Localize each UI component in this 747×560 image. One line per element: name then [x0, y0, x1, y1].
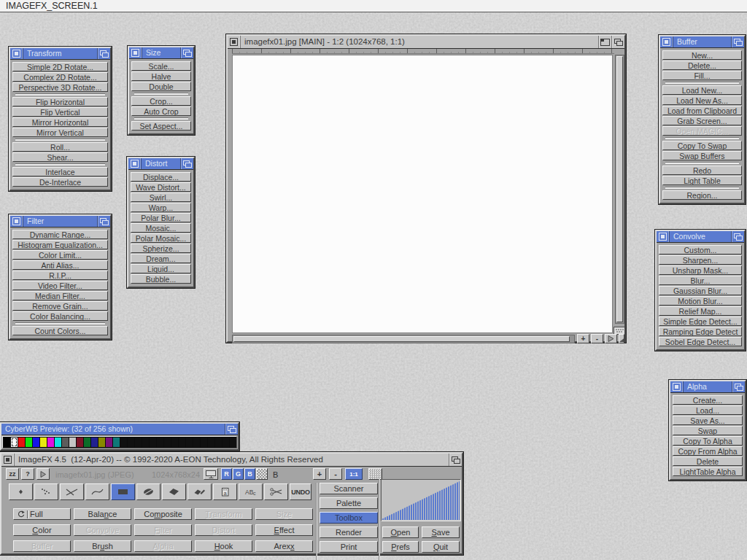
panel-button[interactable]: Fill... — [662, 71, 742, 80]
panel-button[interactable]: Polar Mosaic... — [131, 233, 191, 243]
color-swatch[interactable] — [150, 438, 156, 447]
panel-button[interactable]: Dream... — [131, 254, 191, 263]
panel-button[interactable]: Sobel Edge Detect... — [659, 337, 742, 346]
panel-button[interactable]: Blur... — [659, 276, 742, 285]
full-cycle-button[interactable]: Full — [13, 508, 71, 520]
line-tool[interactable] — [60, 483, 84, 500]
mode-button[interactable]: Palette — [320, 497, 378, 509]
panel-button[interactable]: Displace... — [131, 172, 191, 182]
command-button[interactable]: Hook — [195, 540, 252, 552]
vertical-scrollbar[interactable] — [615, 55, 624, 324]
zoom-out-button[interactable]: - — [329, 468, 342, 480]
panel-button[interactable]: Mirror Vertical — [12, 128, 108, 137]
action-button[interactable]: Quit — [422, 541, 460, 553]
panel-button[interactable]: Swap — [673, 426, 743, 435]
command-button[interactable]: Brush — [74, 540, 131, 552]
depth-icon[interactable] — [97, 216, 110, 227]
toolbox-titlebar[interactable]: ImageFX 4.5 (12-Apr-20) -- © 1992-2020 A… — [1, 454, 462, 467]
convolve-titlebar[interactable]: Convolve — [657, 231, 744, 243]
zoom-in-gadget[interactable]: + — [577, 334, 589, 343]
color-swatch[interactable] — [215, 438, 222, 447]
color-swatch[interactable] — [164, 438, 171, 447]
undo-button[interactable]: UNDO — [290, 483, 311, 500]
panel-button[interactable]: Bubble... — [131, 274, 191, 284]
panel-button[interactable]: Unsharp Mask... — [659, 265, 742, 275]
panel-button[interactable]: Count Colors... — [12, 326, 108, 335]
depth-icon[interactable] — [449, 454, 462, 466]
panel-button[interactable]: R.I.P... — [12, 271, 108, 280]
color-swatch[interactable] — [120, 438, 127, 447]
panel-button[interactable]: Color Limit... — [12, 250, 108, 260]
red-channel-button[interactable]: R — [221, 468, 232, 480]
color-swatch[interactable] — [208, 438, 214, 447]
panel-button[interactable]: Crop... — [131, 96, 191, 106]
airbrush-tool[interactable] — [34, 483, 58, 500]
color-swatch[interactable] — [4, 438, 10, 447]
zoom-in-button[interactable]: + — [313, 468, 326, 480]
scissors-tool[interactable] — [264, 483, 288, 500]
color-swatch[interactable] — [18, 438, 25, 447]
command-button[interactable]: Composite — [134, 508, 192, 520]
color-swatch[interactable] — [193, 438, 200, 447]
color-swatch[interactable] — [40, 438, 47, 447]
panel-button[interactable]: Ramping Edge Detect — [659, 327, 742, 336]
color-swatch[interactable] — [11, 438, 18, 447]
alpha-titlebar[interactable]: Alpha — [670, 381, 745, 393]
green-channel-button[interactable]: G — [233, 468, 244, 480]
color-swatch[interactable] — [113, 438, 120, 447]
zoom-out-gadget[interactable]: - — [591, 334, 603, 343]
panel-button[interactable]: Copy To Alpha — [673, 436, 743, 446]
play-gadget[interactable] — [605, 334, 617, 343]
alpha-channel-button[interactable] — [256, 468, 268, 480]
mode-button[interactable]: Render — [320, 526, 378, 538]
depth-icon[interactable] — [731, 36, 744, 47]
panel-button[interactable]: Relief Map... — [659, 306, 742, 316]
panel-button[interactable]: Load New As... — [662, 96, 742, 105]
color-swatch[interactable] — [186, 438, 193, 447]
color-swatch[interactable] — [222, 438, 229, 447]
panel-button[interactable]: Copy To Swap — [662, 141, 742, 150]
text-tool[interactable]: ABc — [239, 483, 263, 500]
panel-button[interactable]: Swirl... — [131, 192, 191, 202]
transform-titlebar[interactable]: Transform — [10, 48, 110, 60]
color-swatch[interactable] — [142, 438, 149, 447]
color-swatch[interactable] — [157, 438, 163, 447]
ramp-gadget[interactable] — [619, 334, 624, 343]
zoom-gadget-icon[interactable] — [598, 36, 611, 48]
panel-button[interactable]: Color Balancing... — [12, 311, 108, 321]
panel-button[interactable]: Flip Horizontal — [12, 97, 108, 106]
panel-button[interactable]: Swap Buffers — [662, 151, 742, 160]
panel-button[interactable]: Simple 2D Rotate... — [12, 62, 108, 71]
close-icon[interactable] — [10, 48, 23, 59]
action-button[interactable]: Open — [382, 526, 419, 538]
color-swatch[interactable] — [26, 438, 32, 447]
command-button[interactable]: Color — [13, 524, 71, 536]
color-swatch[interactable] — [98, 438, 105, 447]
brush-clip-tool[interactable]: a — [213, 483, 237, 500]
depth-icon[interactable] — [611, 36, 624, 48]
panel-button[interactable]: Roll... — [12, 142, 108, 152]
depth-icon[interactable] — [180, 47, 193, 58]
action-button[interactable]: Save — [422, 526, 460, 538]
display-mode-button[interactable] — [204, 468, 218, 480]
dither-preview-button[interactable] — [368, 468, 382, 480]
panel-button[interactable]: Anti Alias... — [12, 260, 108, 270]
panel-button[interactable]: Set Aspect... — [131, 121, 191, 131]
blue-channel-button[interactable]: B — [244, 468, 255, 480]
color-swatch[interactable] — [230, 438, 236, 447]
color-swatch[interactable] — [47, 438, 54, 447]
palette-titlebar[interactable]: CyberWB Preview: (32 of 256 shown) — [1, 424, 238, 435]
color-swatch[interactable] — [135, 438, 142, 447]
buffer-titlebar[interactable]: Buffer — [660, 36, 744, 48]
panel-button[interactable]: Histogram Equalization... — [12, 240, 108, 249]
horizontal-scrollbar[interactable] — [232, 335, 575, 343]
close-icon[interactable] — [660, 36, 673, 47]
panel-button[interactable]: New... — [662, 50, 742, 60]
close-icon[interactable] — [657, 231, 670, 242]
panel-button[interactable]: Mirror Horizontal — [12, 117, 108, 127]
panel-button[interactable]: Shear... — [12, 152, 108, 162]
color-swatch[interactable] — [201, 438, 207, 447]
color-swatch[interactable] — [55, 438, 61, 447]
close-icon[interactable] — [128, 158, 142, 169]
panel-button[interactable]: Region... — [662, 190, 742, 200]
